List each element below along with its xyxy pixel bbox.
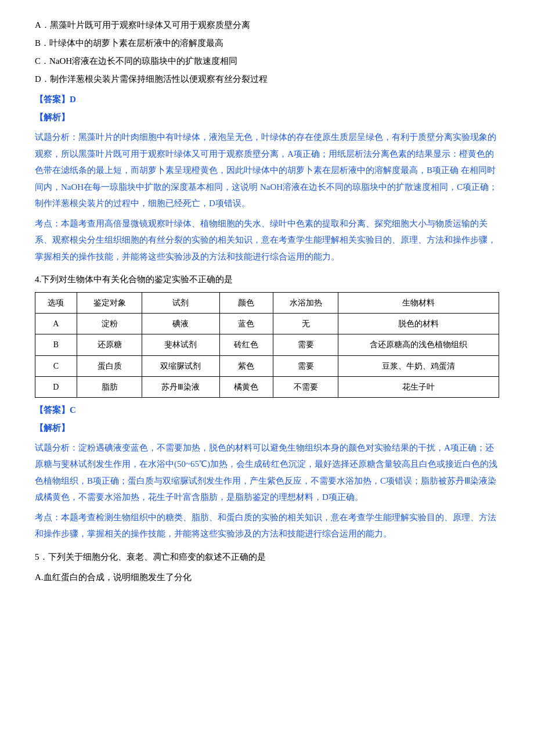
table-cell: 橘黄色 (219, 376, 273, 397)
table-cell: 碘液 (142, 314, 219, 334)
table-row: C蛋白质双缩脲试剂紫色需要豆浆、牛奶、鸡蛋清 (35, 355, 499, 376)
table-cell: 紫色 (219, 355, 273, 376)
table-cell: 苏丹Ⅲ染液 (142, 376, 219, 397)
table-cell: 砖红色 (219, 334, 273, 355)
question-q4: 4.下列对生物体中有关化合物的鉴定实验不正确的是 (35, 272, 499, 287)
option-q3-c: C．NaOH溶液在边长不同的琼脂块中的扩散速度相同 (35, 53, 499, 69)
options-q3: A．黑藻叶片既可用于观察叶绿体又可用于观察质壁分离 B．叶绿体中的胡萝卜素在层析… (35, 17, 499, 87)
table-q4: 选项鉴定对象试剂颜色水浴加热生物材料 A淀粉碘液蓝色无脱色的材料B还原糖斐林试剂… (35, 292, 499, 398)
analysis-q3-p2: 考点：本题考查用高倍显微镜观察叶绿体、植物细胞的失水、绿叶中色素的提取和分离、探… (35, 215, 499, 265)
table-cell: 豆浆、牛奶、鸡蛋清 (338, 355, 499, 376)
analysis-q4-p2: 考点：本题考查检测生物组织中的糖类、脂肪、和蛋白质的实验的相关知识，意在考查学生… (35, 509, 499, 542)
table-cell: C (35, 355, 77, 376)
table-cell: 脱色的材料 (338, 314, 499, 334)
analysis-q3-p1: 试题分析：黑藻叶片的叶肉细胞中有叶绿体，液泡呈无色，叶绿体的存在使原生质层呈绿色… (35, 129, 499, 212)
analysis-title-q4: 【解析】 (35, 420, 499, 436)
table-cell: D (35, 376, 77, 397)
table-cell: 需要 (273, 355, 338, 376)
table-header: 生物材料 (338, 293, 499, 314)
table-cell: 无 (273, 314, 338, 334)
question-q5: 5．下列关于细胞分化、衰老、凋亡和癌变的叙述不正确的是 (35, 549, 499, 565)
table-cell: 花生子叶 (338, 376, 499, 397)
analysis-q4-p1: 试题分析：淀粉遇碘液变蓝色，不需要加热，脱色的材料可以避免生物组织本身的颜色对实… (35, 440, 499, 506)
table-cell: 双缩脲试剂 (142, 355, 219, 376)
table-cell: 还原糖 (77, 334, 142, 355)
answer-q4: 【答案】C (35, 402, 499, 418)
table-cell: 需要 (273, 334, 338, 355)
table-cell: 含还原糖高的浅色植物组织 (338, 334, 499, 355)
table-header: 颜色 (219, 293, 273, 314)
table-header: 鉴定对象 (77, 293, 142, 314)
table-header: 水浴加热 (273, 293, 338, 314)
table-cell: 脂肪 (77, 376, 142, 397)
option-q3-d: D．制作洋葱根尖装片需保持细胞活性以便观察有丝分裂过程 (35, 71, 499, 87)
answer-q3: 【答案】D (35, 92, 499, 107)
table-cell: A (35, 314, 77, 334)
table-cell: B (35, 334, 77, 355)
table-header: 选项 (35, 293, 77, 314)
analysis-title-q3: 【解析】 (35, 110, 499, 125)
table-cell: 蛋白质 (77, 355, 142, 376)
table-cell: 斐林试剂 (142, 334, 219, 355)
option-q3-b: B．叶绿体中的胡萝卜素在层析液中的溶解度最高 (35, 35, 499, 51)
table-row: D脂肪苏丹Ⅲ染液橘黄色不需要花生子叶 (35, 376, 499, 397)
option-q5-a: A.血红蛋白的合成，说明细胞发生了分化 (35, 570, 499, 585)
table-header: 试剂 (142, 293, 219, 314)
option-q3-a: A．黑藻叶片既可用于观察叶绿体又可用于观察质壁分离 (35, 17, 499, 33)
table-cell: 淀粉 (77, 314, 142, 334)
table-row: B还原糖斐林试剂砖红色需要含还原糖高的浅色植物组织 (35, 334, 499, 355)
table-cell: 蓝色 (219, 314, 273, 334)
table-row: A淀粉碘液蓝色无脱色的材料 (35, 314, 499, 334)
table-cell: 不需要 (273, 376, 338, 397)
